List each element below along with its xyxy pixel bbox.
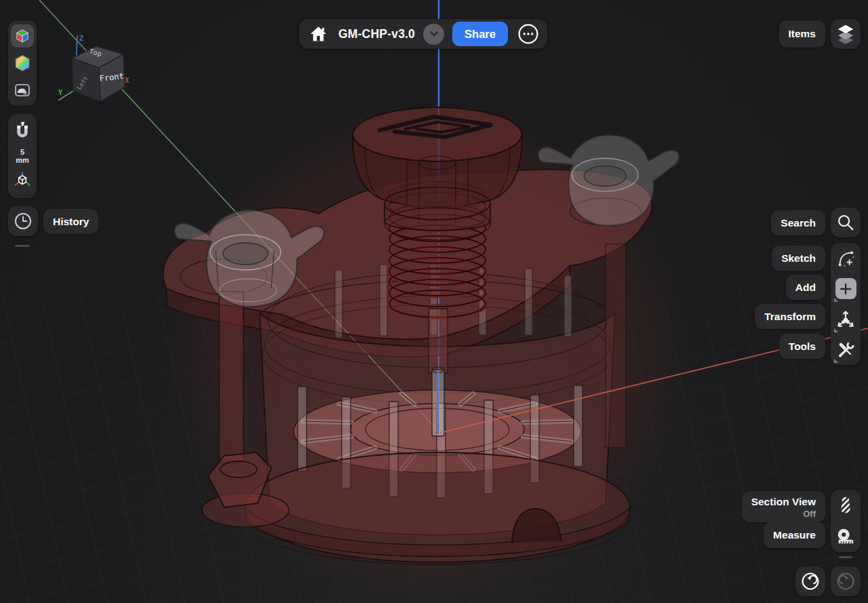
environment-icon bbox=[13, 81, 32, 100]
snap-magnet-icon[interactable] bbox=[12, 121, 33, 142]
title-dropdown-button[interactable] bbox=[423, 24, 444, 45]
undo-button[interactable] bbox=[795, 566, 825, 596]
shaded-cube-icon bbox=[13, 26, 32, 45]
model-tie-rod-right bbox=[606, 244, 626, 448]
snapping-toolbar: 5 mm bbox=[8, 114, 37, 198]
render-mode-button[interactable] bbox=[11, 24, 34, 47]
view-cube[interactable]: Top Front Left Z Y X bbox=[57, 33, 133, 111]
document-title[interactable]: GM-CHP-v3.0 bbox=[338, 27, 415, 41]
add-label[interactable]: Add bbox=[786, 275, 825, 300]
chevron-down-icon bbox=[429, 28, 439, 39]
inspect-toolbar bbox=[831, 490, 861, 552]
add-more-indicator bbox=[834, 298, 838, 302]
history-clock-icon bbox=[13, 211, 33, 231]
history-label[interactable]: History bbox=[43, 209, 98, 234]
search-button[interactable] bbox=[831, 208, 861, 237]
transform-label[interactable]: Transform bbox=[755, 304, 825, 329]
undo-icon bbox=[800, 571, 821, 591]
left-divider bbox=[15, 245, 30, 247]
add-button[interactable] bbox=[831, 273, 861, 304]
grid-size-label[interactable]: 5 mm bbox=[16, 148, 29, 164]
section-view-button[interactable] bbox=[831, 490, 861, 521]
share-button[interactable]: Share bbox=[452, 22, 508, 46]
ellipsis-icon bbox=[517, 23, 539, 45]
display-mode-toolbar bbox=[8, 20, 37, 106]
bottom-right-divider bbox=[839, 556, 852, 558]
tools-more-indicator bbox=[834, 359, 838, 363]
tools-icon bbox=[835, 339, 856, 361]
layers-button[interactable] bbox=[831, 19, 861, 49]
measure-tape-icon bbox=[835, 526, 856, 547]
modeling-toolbar bbox=[831, 243, 861, 365]
tools-button[interactable] bbox=[831, 334, 861, 365]
transform-icon bbox=[835, 309, 856, 330]
measure-label[interactable]: Measure bbox=[764, 522, 825, 548]
layers-icon bbox=[835, 22, 856, 45]
redo-button[interactable] bbox=[831, 566, 861, 596]
redo-icon bbox=[835, 571, 856, 591]
home-button[interactable] bbox=[306, 22, 330, 46]
add-icon bbox=[840, 283, 852, 295]
axis-z-label: Z bbox=[79, 35, 83, 42]
search-icon bbox=[835, 212, 856, 233]
tools-label[interactable]: Tools bbox=[779, 334, 825, 359]
appearance-button[interactable] bbox=[11, 52, 34, 75]
more-options-button[interactable] bbox=[516, 22, 540, 46]
sketch-label[interactable]: Sketch bbox=[772, 246, 825, 271]
search-label[interactable]: Search bbox=[771, 210, 825, 235]
environment-button[interactable] bbox=[11, 79, 34, 102]
measure-button[interactable] bbox=[831, 521, 861, 552]
app-window: { "header": { "title": "GM-CHP-v3.0", "s… bbox=[0, 0, 868, 603]
history-button[interactable] bbox=[8, 206, 38, 236]
title-bar: GM-CHP-v3.0 Share bbox=[299, 19, 547, 49]
items-button[interactable]: Items bbox=[779, 20, 826, 47]
orientation-axes-icon[interactable] bbox=[12, 170, 33, 191]
sketch-button[interactable] bbox=[831, 243, 861, 273]
section-view-icon bbox=[835, 495, 856, 516]
axis-x-label: X bbox=[125, 77, 129, 84]
home-icon bbox=[309, 25, 328, 43]
transform-more-indicator bbox=[834, 328, 838, 332]
color-wheel-icon bbox=[13, 54, 32, 73]
section-view-label[interactable]: Section View Off bbox=[742, 491, 825, 522]
sketch-icon bbox=[835, 248, 856, 269]
axis-y-label: Y bbox=[58, 89, 62, 96]
transform-button[interactable] bbox=[831, 304, 861, 334]
section-view-state: Off bbox=[803, 509, 816, 518]
